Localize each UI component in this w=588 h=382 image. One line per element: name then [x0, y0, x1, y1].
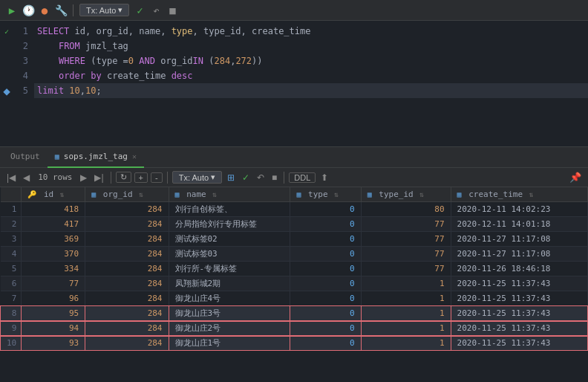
stop-icon[interactable]: ■ — [166, 4, 178, 16]
cell-name[interactable]: 测试标签02 — [169, 232, 290, 247]
code-lines[interactable]: SELECT id, org_id, name, type , type_id,… — [34, 21, 588, 146]
prev-page-button[interactable]: ◀ — [21, 172, 32, 184]
sort-id-icon[interactable]: ⇅ — [60, 190, 65, 198]
cell-create-time[interactable]: 2020-11-25 11:37:43 — [451, 336, 587, 351]
cell-type-id[interactable]: 77 — [361, 262, 451, 276]
code-editor[interactable]: ✓ ◆ 1 2 3 4 5 SELECT id, org_id, name, t… — [0, 21, 588, 147]
cell-type-id[interactable]: 80 — [361, 202, 451, 217]
cell-name[interactable]: 凤翔新城2期 — [169, 276, 290, 291]
run-icon[interactable]: ▶ — [6, 4, 18, 16]
row-number[interactable]: 7 — [1, 291, 22, 306]
cell-type-id[interactable]: 1 — [361, 276, 451, 291]
undo-icon[interactable]: ↶ — [150, 4, 162, 16]
export-button[interactable]: ⬆ — [318, 172, 330, 184]
cell-type[interactable]: 0 — [290, 202, 361, 217]
th-type[interactable]: ▦ type ⇅ — [290, 187, 361, 202]
cell-org-id[interactable]: 284 — [85, 202, 169, 217]
remove-row-button[interactable]: - — [151, 172, 163, 183]
cell-org-id[interactable]: 284 — [85, 336, 169, 351]
cell-create-time[interactable]: 2020-11-27 11:17:08 — [451, 232, 587, 247]
cell-type-id[interactable]: 77 — [361, 232, 451, 247]
table-row[interactable]: 677284凤翔新城2期012020-11-25 11:37:43 — [1, 276, 588, 291]
cell-name[interactable]: 刘行自创标签、 — [169, 202, 290, 217]
cell-create-time[interactable]: 2020-12-11 14:02:23 — [451, 202, 587, 217]
cell-type[interactable]: 0 — [290, 291, 361, 306]
cell-id[interactable]: 94 — [22, 321, 85, 336]
cell-type[interactable]: 0 — [290, 262, 361, 276]
table-row[interactable]: 1093284御龙山庄1号012020-11-25 11:37:43 — [1, 336, 588, 351]
cell-type[interactable]: 0 — [290, 321, 361, 336]
cell-type[interactable]: 0 — [290, 276, 361, 291]
row-number[interactable]: 4 — [1, 247, 22, 262]
data-table-wrap[interactable]: 🔑 id ⇅ ▦ org_id ⇅ ▦ name ⇅ — [0, 187, 588, 351]
last-page-button[interactable]: ▶| — [92, 172, 105, 184]
cell-type-id[interactable]: 77 — [361, 247, 451, 262]
th-id[interactable]: 🔑 id ⇅ — [22, 187, 85, 202]
grid-icon-btn[interactable]: ⊞ — [225, 172, 237, 184]
row-number[interactable]: 8 — [1, 306, 22, 321]
cell-type[interactable]: 0 — [290, 232, 361, 247]
cell-type-id[interactable]: 1 — [361, 321, 451, 336]
cell-org-id[interactable]: 284 — [85, 232, 169, 247]
refresh-button[interactable]: ↻ — [116, 172, 131, 183]
cell-org-id[interactable]: 284 — [85, 262, 169, 276]
row-number[interactable]: 1 — [1, 202, 22, 217]
sort-name-icon[interactable]: ⇅ — [212, 190, 217, 198]
cell-type-id[interactable]: 1 — [361, 336, 451, 351]
cell-org-id[interactable]: 284 — [85, 217, 169, 232]
cell-create-time[interactable]: 2020-11-25 11:37:43 — [451, 306, 587, 321]
tab-close-icon[interactable]: ✕ — [132, 152, 137, 161]
cell-create-time[interactable]: 2020-11-26 18:46:18 — [451, 262, 587, 276]
cell-name[interactable]: 刘行所-专属标签 — [169, 262, 290, 276]
cell-id[interactable]: 369 — [22, 232, 85, 247]
th-org-id[interactable]: ▦ org_id ⇅ — [85, 187, 169, 202]
cell-id[interactable]: 96 — [22, 291, 85, 306]
cell-name[interactable]: 御龙山庄4号 — [169, 291, 290, 306]
row-number[interactable]: 6 — [1, 276, 22, 291]
next-page-button[interactable]: ▶ — [78, 172, 89, 184]
cell-type-id[interactable]: 1 — [361, 306, 451, 321]
sort-typeid-icon[interactable]: ⇅ — [419, 190, 424, 198]
cell-create-time[interactable]: 2020-11-27 11:17:08 — [451, 247, 587, 262]
tx-auto-button[interactable]: Tx: Auto ▾ — [79, 4, 129, 16]
table-row[interactable]: 796284御龙山庄4号012020-11-25 11:37:43 — [1, 291, 588, 306]
cell-id[interactable]: 93 — [22, 336, 85, 351]
row-number[interactable]: 5 — [1, 262, 22, 276]
check-btn[interactable]: ✓ — [240, 172, 252, 184]
row-number[interactable]: 10 — [1, 336, 22, 351]
cell-type[interactable]: 0 — [290, 247, 361, 262]
cell-create-time[interactable]: 2020-11-25 11:37:43 — [451, 276, 587, 291]
cell-id[interactable]: 417 — [22, 217, 85, 232]
table-row[interactable]: 2417284分局指给刘行专用标签0772020-12-11 14:01:18 — [1, 217, 588, 232]
cell-create-time[interactable]: 2020-11-25 11:37:43 — [451, 291, 587, 306]
th-type-id[interactable]: ▦ type_id ⇅ — [361, 187, 451, 202]
stop-btn2[interactable]: ■ — [270, 172, 279, 184]
cell-org-id[interactable]: 284 — [85, 306, 169, 321]
table-row[interactable]: 5334284刘行所-专属标签0772020-11-26 18:46:18 — [1, 262, 588, 276]
pin-button[interactable]: 📌 — [567, 171, 584, 184]
th-create-time[interactable]: ▦ create_time ⇅ — [451, 187, 587, 202]
table-row[interactable]: 1418284刘行自创标签、0802020-12-11 14:02:23 — [1, 202, 588, 217]
th-name[interactable]: ▦ name ⇅ — [169, 187, 290, 202]
check-icon[interactable]: ✓ — [134, 4, 146, 16]
profile-icon[interactable]: ● — [39, 4, 50, 16]
sort-ctime-icon[interactable]: ⇅ — [529, 190, 534, 198]
table-row[interactable]: 895284御龙山庄3号012020-11-25 11:37:43 — [1, 306, 588, 321]
cell-type-id[interactable]: 77 — [361, 217, 451, 232]
cell-create-time[interactable]: 2020-12-11 14:01:18 — [451, 217, 587, 232]
settings-icon[interactable]: 🔧 — [55, 4, 67, 16]
cell-name[interactable]: 御龙山庄1号 — [169, 336, 290, 351]
cell-name[interactable]: 御龙山庄2号 — [169, 321, 290, 336]
table-row[interactable]: 4370284测试标签030772020-11-27 11:17:08 — [1, 247, 588, 262]
undo-btn2[interactable]: ↶ — [255, 172, 267, 184]
cell-name[interactable]: 御龙山庄3号 — [169, 306, 290, 321]
sort-orgid-icon[interactable]: ⇅ — [139, 190, 143, 198]
tab-output[interactable]: Output — [3, 147, 48, 168]
row-number[interactable]: 9 — [1, 321, 22, 336]
first-page-button[interactable]: |◀ — [4, 172, 18, 184]
cell-id[interactable]: 418 — [22, 202, 85, 217]
cell-name[interactable]: 测试标签03 — [169, 247, 290, 262]
cell-org-id[interactable]: 284 — [85, 247, 169, 262]
cell-type-id[interactable]: 1 — [361, 291, 451, 306]
add-row-button[interactable]: + — [134, 172, 148, 183]
